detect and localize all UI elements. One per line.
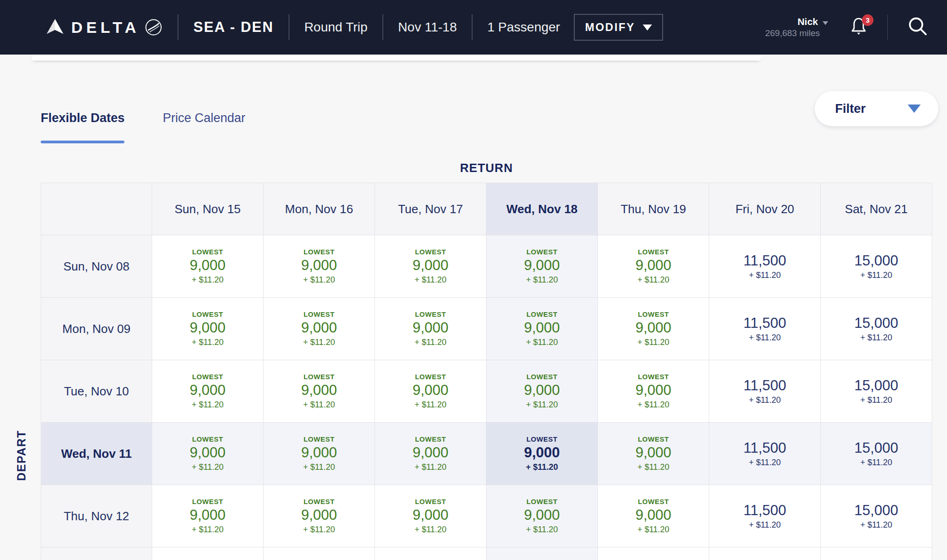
- lowest-badge: LOWEST: [192, 373, 223, 381]
- fare-cell[interactable]: 11,500+ $11.20: [709, 298, 820, 360]
- depart-date-header[interactable]: Mon, Nov 09: [41, 298, 152, 360]
- fare-cell[interactable]: LOWEST9,000+ $11.20: [264, 485, 375, 547]
- return-date-header[interactable]: Fri, Nov 20: [709, 183, 820, 235]
- miles-amount: 11,500: [744, 315, 787, 332]
- fare-cell[interactable]: LOWEST9,000+ $11.20: [375, 485, 486, 547]
- miles-amount: 11,500: [744, 440, 787, 456]
- fare-cell[interactable]: 15,000+ $11.20: [821, 298, 932, 360]
- miles-amount: 9,000: [301, 320, 337, 336]
- return-date-header[interactable]: Wed, Nov 18: [486, 183, 597, 235]
- taxes-amount: + $11.20: [414, 275, 446, 285]
- fare-cell[interactable]: 11,500+ $11.20: [709, 485, 820, 547]
- delta-logo[interactable]: DELTA: [45, 18, 163, 37]
- chevron-down-icon: [823, 21, 828, 25]
- fare-cell[interactable]: LOWEST9,000+ $11.20: [375, 235, 486, 297]
- taxes-amount: + $11.20: [749, 271, 781, 280]
- fare-cell[interactable]: LOWEST9,000+ $11.20: [598, 360, 709, 422]
- fare-cell[interactable]: 15,000+ $11.20: [821, 235, 932, 297]
- miles-amount: 11,500: [744, 502, 787, 519]
- user-miles-balance: 269,683 miles: [765, 28, 820, 39]
- miles-amount: 11,500: [744, 252, 787, 269]
- fare-cell[interactable]: LOWEST9,000+ $11.20: [264, 298, 375, 360]
- fare-cell[interactable]: LOWEST9,000+ $11.20: [598, 235, 709, 297]
- lowest-badge: LOWEST: [638, 310, 669, 318]
- fare-cell[interactable]: LOWEST9,000+ $11.20: [375, 423, 486, 485]
- miles-amount: 9,000: [190, 257, 226, 274]
- tab-price-calendar[interactable]: Price Calendar: [163, 111, 246, 125]
- fare-cell[interactable]: LOWEST9,000+ $11.20: [152, 360, 263, 422]
- fare-cell[interactable]: LOWEST9,000+ $11.20: [598, 423, 709, 485]
- fare-cell[interactable]: 15,000+ $11.20: [821, 485, 932, 547]
- taxes-amount: + $11.20: [637, 400, 669, 410]
- fare-cell[interactable]: LOWEST9,000+ $11.20: [486, 485, 597, 547]
- return-date-header[interactable]: Sun, Nov 15: [152, 183, 263, 235]
- chevron-down-icon: [643, 25, 652, 31]
- delta-wordmark: DELTA: [71, 18, 140, 37]
- return-date-header[interactable]: Tue, Nov 17: [375, 183, 486, 235]
- fare-cell[interactable]: LOWEST9,000+ $11.20: [264, 423, 375, 485]
- notification-count-badge: 3: [862, 14, 873, 26]
- fare-cell[interactable]: LOWEST9,000+ $11.20: [598, 298, 709, 360]
- delta-flexible-dates-page: DELTA SEA - DEN Round Trip Nov 11-18 1 P…: [0, 0, 947, 560]
- miles-amount: 9,000: [635, 257, 671, 274]
- fare-cell[interactable]: LOWEST9,000+ $11.20: [152, 298, 263, 360]
- miles-amount: 15,000: [855, 315, 898, 332]
- taxes-amount: + $11.20: [191, 525, 223, 535]
- taxes-amount: + $11.20: [637, 462, 669, 472]
- depart-date-header[interactable]: Wed, Nov 11: [41, 423, 152, 485]
- trip-type-summary[interactable]: Round Trip: [304, 20, 368, 35]
- lowest-badge: LOWEST: [526, 373, 557, 381]
- route-summary[interactable]: SEA - DEN: [193, 19, 274, 36]
- modify-search-button[interactable]: MODIFY: [574, 14, 663, 41]
- chevron-down-icon: [908, 105, 921, 113]
- return-date-header[interactable]: Sat, Nov 21: [821, 183, 932, 235]
- fare-cell[interactable]: LOWEST9,000+ $11.20: [264, 360, 375, 422]
- depart-date-header[interactable]: Sun, Nov 08: [41, 235, 152, 297]
- fare-cell[interactable]: LOWEST9,000+ $11.20: [486, 423, 597, 485]
- search-button[interactable]: [907, 16, 929, 39]
- fare-cell[interactable]: 11,500+ $11.20: [709, 360, 820, 422]
- user-account-menu[interactable]: Nick 269,683 miles: [765, 16, 828, 39]
- depart-date-header[interactable]: Thu, Nov 12: [41, 485, 152, 547]
- miles-amount: 9,000: [301, 382, 337, 399]
- fare-cell-partial: [709, 548, 820, 560]
- depart-date-header[interactable]: Tue, Nov 10: [41, 360, 152, 422]
- passengers-summary[interactable]: 1 Passenger: [487, 20, 560, 35]
- miles-amount: 9,000: [412, 507, 449, 523]
- notifications-button[interactable]: 3: [849, 16, 868, 38]
- return-date-header[interactable]: Mon, Nov 16: [264, 183, 375, 235]
- fare-cell[interactable]: LOWEST9,000+ $11.20: [152, 423, 263, 485]
- taxes-amount: + $11.20: [749, 458, 781, 468]
- miles-amount: 15,000: [855, 440, 898, 456]
- fare-cell[interactable]: LOWEST9,000+ $11.20: [598, 485, 709, 547]
- skyteam-logo-icon: [144, 18, 163, 37]
- lowest-badge: LOWEST: [303, 248, 334, 256]
- modify-label: MODIFY: [585, 21, 635, 34]
- fare-cell[interactable]: LOWEST9,000+ $11.20: [375, 298, 486, 360]
- tab-flexible-dates[interactable]: Flexible Dates: [41, 111, 125, 125]
- dates-summary[interactable]: Nov 11-18: [398, 20, 457, 35]
- miles-amount: 15,000: [855, 502, 898, 519]
- miles-amount: 9,000: [524, 382, 560, 399]
- lowest-badge: LOWEST: [303, 435, 334, 443]
- user-name: Nick: [798, 16, 818, 28]
- fare-cell[interactable]: 11,500+ $11.20: [709, 235, 820, 297]
- fare-cell[interactable]: 15,000+ $11.20: [821, 360, 932, 422]
- fare-cell[interactable]: 15,000+ $11.20: [821, 423, 932, 485]
- taxes-amount: + $11.20: [749, 520, 781, 530]
- fare-cell[interactable]: LOWEST9,000+ $11.20: [486, 360, 597, 422]
- fare-cell[interactable]: LOWEST9,000+ $11.20: [152, 235, 263, 297]
- filter-button[interactable]: Filter: [815, 91, 938, 126]
- fare-cell-partial: [264, 548, 375, 560]
- lowest-badge: LOWEST: [192, 310, 223, 318]
- fare-cell[interactable]: LOWEST9,000+ $11.20: [375, 360, 486, 422]
- fare-cell[interactable]: LOWEST9,000+ $11.20: [486, 235, 597, 297]
- fare-cell-partial: [486, 548, 597, 560]
- fare-cell[interactable]: LOWEST9,000+ $11.20: [486, 298, 597, 360]
- return-date-header[interactable]: Thu, Nov 19: [598, 183, 709, 235]
- fare-cell[interactable]: LOWEST9,000+ $11.20: [264, 235, 375, 297]
- lowest-badge: LOWEST: [638, 498, 669, 505]
- fare-cell[interactable]: LOWEST9,000+ $11.20: [152, 485, 263, 547]
- fare-cell[interactable]: 11,500+ $11.20: [709, 423, 820, 485]
- taxes-amount: + $11.20: [303, 525, 335, 535]
